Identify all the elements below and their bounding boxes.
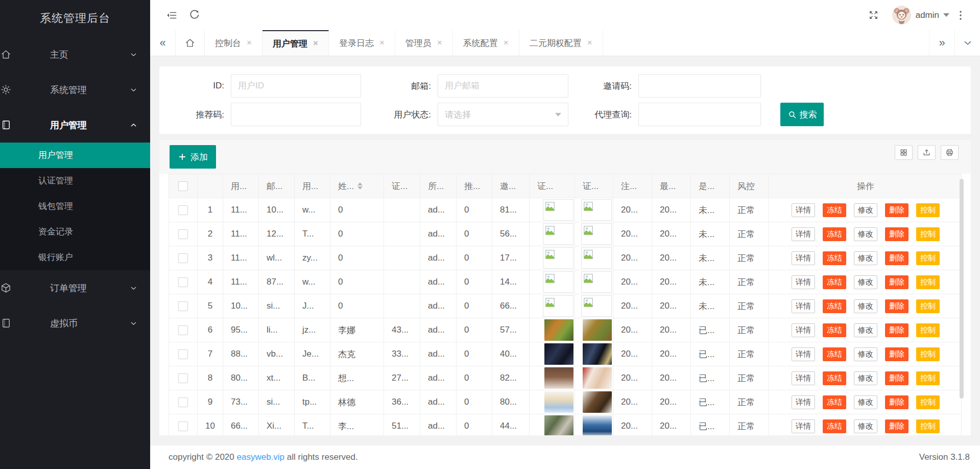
columns-filter-icon[interactable]	[895, 145, 913, 160]
field-input-ID[interactable]	[231, 74, 361, 98]
action-button-删除[interactable]: 删除	[885, 251, 909, 265]
close-tab-icon[interactable]: ×	[587, 38, 592, 48]
tabs-scroll-left-icon[interactable]: «	[150, 30, 176, 56]
action-button-控制[interactable]: 控制	[916, 347, 940, 361]
select-all-checkbox[interactable]	[178, 181, 188, 191]
id-card-back-thumbnail[interactable]	[583, 415, 612, 435]
action-button-修改[interactable]: 修改	[854, 275, 877, 289]
action-button-详情[interactable]: 详情	[792, 347, 815, 361]
action-button-控制[interactable]: 控制	[916, 227, 940, 241]
action-button-控制[interactable]: 控制	[916, 395, 940, 409]
action-button-冻结[interactable]: 冻结	[823, 275, 846, 289]
id-card-front-thumbnail[interactable]	[544, 367, 573, 389]
action-button-修改[interactable]: 修改	[854, 323, 877, 337]
add-button[interactable]: 添加	[170, 145, 216, 169]
id-card-front-thumbnail[interactable]	[544, 319, 573, 341]
field-input-代理查询[interactable]	[638, 103, 761, 126]
action-button-删除[interactable]: 删除	[885, 395, 909, 409]
action-button-控制[interactable]: 控制	[916, 203, 940, 217]
action-button-删除[interactable]: 删除	[885, 299, 909, 313]
search-button[interactable]: 搜索	[780, 103, 824, 126]
close-tab-icon[interactable]: ×	[313, 38, 318, 49]
tab-二元期权配置[interactable]: 二元期权配置×	[519, 30, 603, 56]
action-button-控制[interactable]: 控制	[916, 323, 940, 337]
id-card-front-thumbnail[interactable]	[544, 343, 573, 365]
action-button-修改[interactable]: 修改	[854, 227, 877, 241]
action-button-详情[interactable]: 详情	[792, 419, 815, 433]
export-icon[interactable]	[918, 145, 936, 160]
action-button-修改[interactable]: 修改	[854, 251, 877, 265]
row-checkbox[interactable]	[178, 397, 188, 407]
action-button-冻结[interactable]: 冻结	[823, 419, 846, 433]
action-button-控制[interactable]: 控制	[916, 275, 940, 289]
close-tab-icon[interactable]: ×	[247, 38, 252, 48]
close-tab-icon[interactable]: ×	[379, 38, 385, 48]
sidebar-subitem-资金记录[interactable]: 资金记录	[0, 219, 150, 245]
id-card-back-thumbnail[interactable]	[583, 343, 612, 365]
sidebar-subitem-银行账户[interactable]: 银行账户	[0, 245, 150, 270]
tab-home[interactable]	[176, 30, 205, 56]
action-button-控制[interactable]: 控制	[916, 251, 940, 265]
action-button-删除[interactable]: 删除	[885, 203, 909, 217]
refresh-icon[interactable]	[183, 5, 205, 26]
action-button-冻结[interactable]: 冻结	[823, 371, 846, 385]
action-button-详情[interactable]: 详情	[792, 275, 815, 289]
id-card-back-thumbnail[interactable]	[583, 391, 612, 413]
id-card-front-thumbnail[interactable]	[544, 391, 573, 413]
action-button-详情[interactable]: 详情	[792, 251, 815, 265]
action-button-控制[interactable]: 控制	[916, 419, 940, 433]
action-button-冻结[interactable]: 冻结	[823, 347, 846, 361]
action-button-删除[interactable]: 删除	[885, 371, 909, 385]
action-button-删除[interactable]: 删除	[885, 227, 909, 241]
tab-管理员[interactable]: 管理员×	[395, 30, 453, 56]
action-button-详情[interactable]: 详情	[792, 299, 815, 313]
action-button-修改[interactable]: 修改	[854, 419, 877, 433]
row-checkbox[interactable]	[178, 229, 188, 239]
action-button-冻结[interactable]: 冻结	[823, 395, 846, 409]
action-button-详情[interactable]: 详情	[792, 371, 815, 385]
action-button-详情[interactable]: 详情	[792, 395, 815, 409]
action-button-控制[interactable]: 控制	[916, 371, 940, 385]
row-checkbox[interactable]	[178, 421, 188, 431]
action-button-修改[interactable]: 修改	[854, 371, 877, 385]
action-button-详情[interactable]: 详情	[792, 227, 815, 241]
close-tab-icon[interactable]: ×	[504, 38, 509, 48]
sidebar-item-用户管理[interactable]: 用户管理	[0, 107, 150, 143]
action-button-冻结[interactable]: 冻结	[823, 227, 846, 241]
sidebar-item-主页[interactable]: 主页	[0, 37, 150, 72]
sort-icon[interactable]	[357, 182, 363, 190]
action-button-冻结[interactable]: 冻结	[823, 299, 846, 313]
id-card-back-thumbnail[interactable]	[583, 367, 612, 389]
action-button-详情[interactable]: 详情	[792, 323, 815, 337]
tab-控制台[interactable]: 控制台×	[205, 30, 262, 56]
action-button-修改[interactable]: 修改	[854, 347, 877, 361]
tab-系统配置[interactable]: 系统配置×	[453, 30, 519, 56]
tab-用户管理[interactable]: 用户管理×	[262, 30, 329, 56]
row-checkbox[interactable]	[178, 205, 188, 215]
avatar[interactable]	[892, 6, 911, 25]
tab-登录日志[interactable]: 登录日志×	[329, 30, 395, 56]
sidebar-item-订单管理[interactable]: 订单管理	[0, 270, 150, 306]
collapse-sidebar-icon[interactable]	[160, 5, 183, 26]
action-button-冻结[interactable]: 冻结	[823, 203, 846, 217]
close-tab-icon[interactable]: ×	[437, 38, 442, 48]
row-checkbox[interactable]	[178, 373, 188, 383]
field-input-邀请码[interactable]	[638, 74, 761, 98]
action-button-删除[interactable]: 删除	[885, 347, 909, 361]
id-card-back-thumbnail[interactable]	[583, 319, 612, 341]
action-button-删除[interactable]: 删除	[885, 275, 909, 289]
id-card-front-thumbnail[interactable]	[544, 415, 573, 435]
kebab-menu-icon[interactable]	[949, 5, 972, 26]
action-button-修改[interactable]: 修改	[854, 203, 877, 217]
action-button-冻结[interactable]: 冻结	[823, 251, 846, 265]
user-status-select[interactable]: 请选择	[438, 103, 568, 126]
field-input-推荐码[interactable]	[231, 103, 361, 126]
print-icon[interactable]	[941, 145, 959, 160]
tabs-scroll-right-icon[interactable]: »	[929, 30, 954, 56]
sidebar-item-虚拟币[interactable]: 虚拟币	[0, 306, 150, 341]
action-button-冻结[interactable]: 冻结	[823, 323, 846, 337]
action-button-修改[interactable]: 修改	[854, 395, 877, 409]
vertical-scrollbar[interactable]	[960, 179, 964, 398]
tabs-menu-icon[interactable]	[954, 30, 980, 56]
sidebar-subitem-用户管理[interactable]: 用户管理	[0, 143, 150, 168]
